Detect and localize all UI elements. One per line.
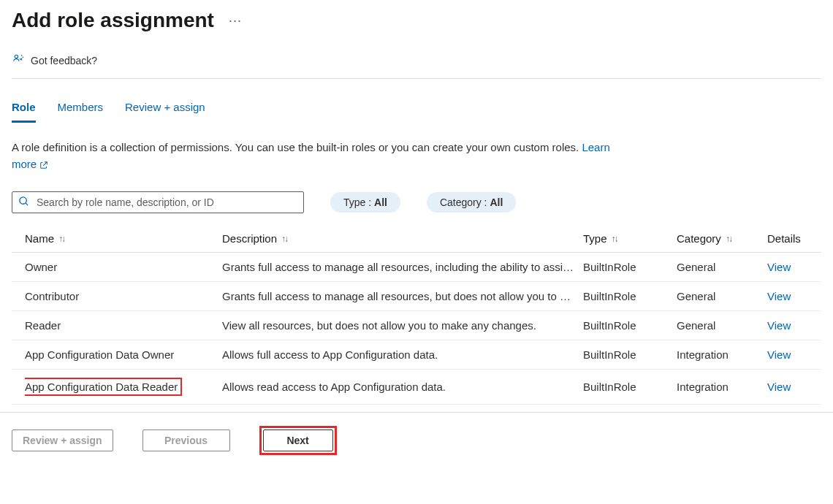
cell-type: BuiltInRole	[583, 319, 677, 332]
search-icon	[18, 196, 29, 209]
feedback-label: Got feedback?	[31, 55, 97, 66]
svg-point-0	[15, 55, 18, 58]
column-header-description[interactable]: Description↑↓	[222, 232, 583, 245]
view-details-link[interactable]: View	[767, 348, 811, 361]
review-assign-button[interactable]: Review + assign	[12, 429, 113, 451]
role-intro-text: A role definition is a collection of per…	[12, 140, 611, 172]
previous-button[interactable]: Previous	[142, 429, 230, 451]
cell-name: Reader	[25, 319, 222, 332]
table-row[interactable]: ReaderView all resources, but does not a…	[12, 311, 821, 340]
cell-type: BuiltInRole	[583, 381, 677, 393]
search-input-wrapper[interactable]	[12, 191, 304, 213]
cell-description: Allows read access to App Configuration …	[222, 381, 583, 393]
tab-review-assign[interactable]: Review + assign	[125, 98, 205, 123]
sort-icon: ↑↓	[281, 234, 287, 244]
cell-description: Grants full access to manage all resourc…	[222, 261, 583, 273]
roles-table: Name↑↓ Description↑↓ Type↑↓ Category↑↓ D…	[12, 226, 821, 405]
cell-type: BuiltInRole	[583, 290, 677, 302]
type-filter-pill[interactable]: Type : All	[330, 192, 400, 213]
highlighted-role-name: App Configuration Data Reader	[25, 378, 182, 396]
view-details-link[interactable]: View	[767, 319, 811, 332]
cell-category: General	[677, 261, 767, 273]
svg-point-1	[20, 197, 26, 204]
search-input[interactable]	[35, 196, 297, 209]
cell-description: Allows full access to App Configuration …	[222, 348, 583, 361]
tab-role[interactable]: Role	[12, 98, 36, 123]
cell-type: BuiltInRole	[583, 348, 677, 361]
feedback-icon	[12, 53, 25, 68]
view-details-link[interactable]: View	[767, 381, 811, 393]
sort-icon: ↑↓	[726, 234, 731, 244]
cell-name: Owner	[25, 261, 222, 273]
view-details-link[interactable]: View	[767, 290, 811, 302]
view-details-link[interactable]: View	[767, 261, 811, 273]
table-header: Name↑↓ Description↑↓ Type↑↓ Category↑↓ D…	[12, 226, 821, 253]
external-link-icon	[39, 160, 48, 170]
cell-description: View all resources, but does not allow y…	[222, 319, 583, 332]
cell-description: Grants full access to manage all resourc…	[222, 290, 583, 302]
cell-category: Integration	[677, 381, 767, 393]
more-actions-icon[interactable]: ···	[229, 13, 242, 28]
feedback-link[interactable]: Got feedback?	[12, 53, 821, 79]
cell-category: General	[677, 319, 767, 332]
sort-icon: ↑↓	[58, 234, 64, 244]
next-button[interactable]: Next	[263, 429, 333, 451]
column-header-name[interactable]: Name↑↓	[25, 232, 222, 245]
sort-icon: ↑↓	[612, 234, 617, 244]
table-row[interactable]: App Configuration Data ReaderAllows read…	[12, 370, 821, 405]
table-row[interactable]: OwnerGrants full access to manage all re…	[12, 253, 821, 282]
next-button-highlight: Next	[259, 426, 337, 455]
cell-type: BuiltInRole	[583, 261, 677, 273]
cell-name: App Configuration Data Owner	[25, 348, 222, 361]
table-row[interactable]: App Configuration Data OwnerAllows full …	[12, 340, 821, 370]
cell-category: General	[677, 290, 767, 302]
table-row[interactable]: ContributorGrants full access to manage …	[12, 282, 821, 311]
cell-category: Integration	[677, 348, 767, 361]
cell-name: Contributor	[25, 290, 222, 302]
tab-members[interactable]: Members	[58, 98, 104, 123]
tab-bar: Role Members Review + assign	[12, 98, 821, 123]
column-header-details: Details	[767, 232, 811, 245]
cell-name: App Configuration Data Reader	[25, 378, 222, 396]
column-header-type[interactable]: Type↑↓	[583, 232, 677, 245]
category-filter-pill[interactable]: Category : All	[427, 192, 516, 213]
page-title: Add role assignment	[12, 9, 214, 32]
column-header-category[interactable]: Category↑↓	[677, 232, 767, 245]
